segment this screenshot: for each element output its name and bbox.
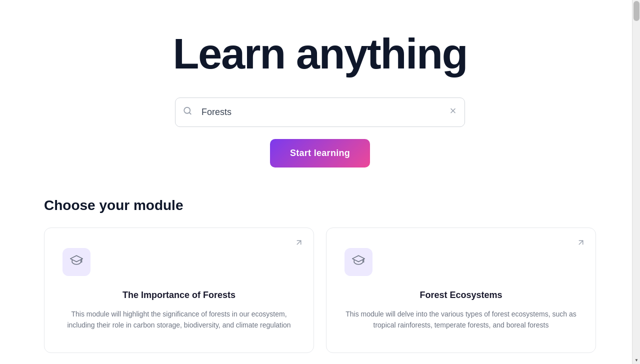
card-arrow-icon-1 bbox=[294, 238, 304, 250]
modules-heading: Choose your module bbox=[44, 198, 596, 214]
page-title: Learn anything bbox=[44, 30, 596, 78]
card-icon-wrap-2 bbox=[344, 248, 372, 276]
card-description-2: This module will delve into the various … bbox=[344, 308, 578, 331]
graduation-cap-icon-1 bbox=[70, 253, 84, 270]
search-input[interactable] bbox=[175, 98, 465, 127]
main-container: Learn anything Start learning Choose you… bbox=[4, 0, 636, 364]
scroll-down-arrow[interactable]: ▼ bbox=[632, 356, 640, 364]
search-icon bbox=[183, 106, 192, 118]
card-title-2: Forest Ecosystems bbox=[344, 290, 578, 300]
module-card-1[interactable]: The Importance of Forests This module wi… bbox=[44, 228, 314, 354]
card-title-1: The Importance of Forests bbox=[62, 290, 296, 300]
search-container bbox=[175, 98, 465, 127]
svg-line-5 bbox=[579, 240, 583, 244]
card-icon-wrap-1 bbox=[62, 248, 90, 276]
modules-grid: The Importance of Forests This module wi… bbox=[44, 228, 596, 364]
module-card-2[interactable]: Forest Ecosystems This module will delve… bbox=[326, 228, 596, 354]
modules-section: Choose your module bbox=[44, 188, 596, 364]
svg-line-4 bbox=[297, 240, 301, 244]
hero-section: Learn anything Start learning bbox=[44, 0, 596, 188]
svg-line-1 bbox=[189, 112, 190, 114]
start-learning-button[interactable]: Start learning bbox=[270, 139, 370, 168]
clear-icon[interactable] bbox=[449, 107, 457, 118]
card-arrow-icon-2 bbox=[576, 238, 586, 250]
scrollbar-thumb[interactable] bbox=[634, 1, 640, 21]
scrollbar[interactable]: ▲ ▼ bbox=[632, 0, 640, 364]
graduation-cap-icon-2 bbox=[352, 253, 366, 270]
card-description-1: This module will highlight the significa… bbox=[62, 308, 296, 331]
